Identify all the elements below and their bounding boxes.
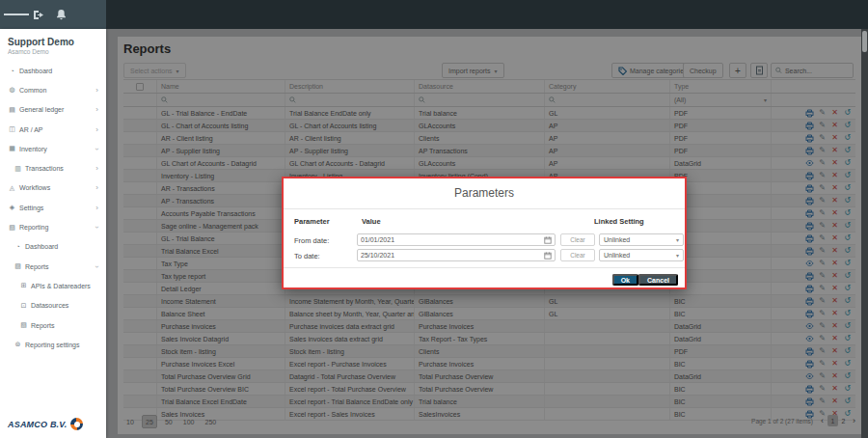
datasources-icon: ⊡	[19, 302, 28, 310]
company-logo-icon	[70, 418, 83, 430]
sidebar-item-apis-datareaders[interactable]: ⊞APIs & Datareaders	[0, 276, 106, 295]
sidebar-item-label: Settings	[19, 205, 43, 211]
sidebar-item-label: AR / AP	[19, 126, 43, 133]
sidebar-item-transactions[interactable]: ▥Transactions›	[0, 158, 106, 178]
accounts-icon: ◫	[8, 125, 16, 133]
sidebar-item-datasources[interactable]: ⊡Datasources	[0, 296, 106, 315]
company-logo-text: ASAMCO B.V.	[8, 420, 67, 429]
from-date-input[interactable]	[361, 236, 544, 243]
chevron-right-icon: ›	[95, 183, 98, 192]
settings-icon: ◈	[8, 204, 16, 211]
notifications-bell-icon[interactable]	[48, 0, 73, 29]
sidebar-item-label: Dashboard	[19, 68, 52, 74]
sidebar-item-label: Inventory	[19, 146, 47, 152]
sidebar-item-label: Reports	[25, 263, 49, 270]
sidebar-item-inventory[interactable]: ▦Inventory›	[0, 139, 106, 158]
inventory-icon: ▦	[8, 145, 16, 152]
sidebar-item-reports[interactable]: ▨Reports›	[0, 257, 106, 276]
to-date-clear-button[interactable]: Clear	[560, 249, 595, 261]
scrollbar-thumb[interactable]	[862, 31, 867, 52]
chevron-down-icon: ›	[93, 226, 101, 229]
caret-down-icon: ▾	[676, 236, 679, 243]
reporting-settings-icon: ⊚	[14, 341, 22, 348]
ok-button[interactable]: Ok	[612, 274, 638, 286]
dashboard-icon: ◔	[8, 68, 16, 74]
chevron-down-icon: ›	[93, 148, 101, 151]
globe-icon: ◍	[8, 86, 16, 94]
chevron-down-icon: ›	[93, 265, 101, 268]
sidebar: Support Demo Asamco Demo ◔Dashboard◍Comm…	[0, 29, 106, 438]
from-date-linked-select[interactable]: Unlinked▾	[599, 233, 684, 246]
workspace-title: Support Demo	[0, 29, 106, 47]
sidebar-item-reporting[interactable]: ▧Reporting›	[0, 217, 106, 236]
reporting-icon: ▧	[8, 224, 16, 232]
sidebar-item-reports[interactable]: ▧Reports	[0, 315, 106, 335]
to-date-label: To date:	[294, 252, 320, 260]
transactions-icon: ▥	[14, 165, 22, 173]
sidebar-item-label: Reporting	[19, 224, 48, 231]
company-logo: ASAMCO B.V.	[8, 418, 83, 430]
chevron-right-icon: ›	[95, 86, 98, 95]
ledger-icon: ▤	[8, 106, 16, 114]
sidebar-item-ar-ap[interactable]: ◫AR / AP›	[0, 120, 106, 139]
sidebar-item-label: Transactions	[25, 165, 64, 172]
chevron-right-icon: ›	[95, 105, 98, 114]
sidebar-item-general-ledger[interactable]: ▤General ledger›	[0, 100, 106, 120]
workspace-subtitle: Asamco Demo	[0, 47, 106, 61]
reports-icon: ▨	[14, 262, 22, 270]
calendar-icon[interactable]	[544, 236, 552, 244]
sidebar-item-label: Reporting settings	[25, 342, 79, 348]
workflow-icon: ◬	[8, 184, 16, 192]
sidebar-item-settings[interactable]: ◈Settings›	[0, 198, 106, 217]
sidebar-item-label: Datasources	[31, 302, 68, 309]
sidebar-item-label: Workflows	[19, 184, 50, 191]
column-header-linked-setting: Linked Setting	[594, 217, 644, 226]
column-header-value: Value	[362, 217, 381, 226]
dialog-title: Parameters	[284, 178, 685, 200]
to-date-field[interactable]	[357, 249, 556, 261]
sidebar-item-label: General ledger	[19, 106, 64, 113]
parameters-dialog: Parameters Parameter Value Linked Settin…	[282, 177, 687, 289]
sidebar-item-label: APIs & Datareaders	[31, 283, 91, 289]
vertical-scrollbar[interactable]	[861, 29, 868, 438]
from-date-label: From date:	[294, 236, 329, 245]
column-header-parameter: Parameter	[294, 217, 330, 226]
chevron-right-icon: ›	[95, 204, 98, 212]
sidebar-item-workflows[interactable]: ◬Workflows›	[0, 178, 106, 198]
sidebar-item-label: Common	[19, 87, 46, 94]
caret-down-icon: ▾	[676, 252, 679, 259]
sidebar-item-reporting-settings[interactable]: ⊚Reporting settings	[0, 335, 106, 354]
to-date-linked-select[interactable]: Unlinked▾	[599, 249, 684, 261]
sidebar-item-dashboard[interactable]: ◔Dashboard	[0, 237, 106, 257]
to-date-input[interactable]	[361, 252, 544, 259]
sidebar-item-dashboard[interactable]: ◔Dashboard	[0, 61, 106, 80]
sidebar-item-common[interactable]: ◍Common›	[0, 80, 106, 99]
sidebar-item-label: Reports	[31, 322, 55, 329]
chevron-right-icon: ›	[95, 164, 98, 173]
chevron-right-icon: ›	[95, 125, 98, 134]
from-date-field[interactable]	[357, 233, 556, 246]
sidebar-item-label: Dashboard	[25, 243, 58, 250]
reports-icon: ▧	[19, 321, 28, 329]
datareaders-icon: ⊞	[19, 282, 28, 289]
from-date-clear-button[interactable]: Clear	[560, 233, 595, 246]
cancel-button[interactable]: Cancel	[638, 274, 678, 286]
calendar-icon[interactable]	[544, 252, 552, 260]
dashboard-icon: ◔	[14, 243, 22, 250]
